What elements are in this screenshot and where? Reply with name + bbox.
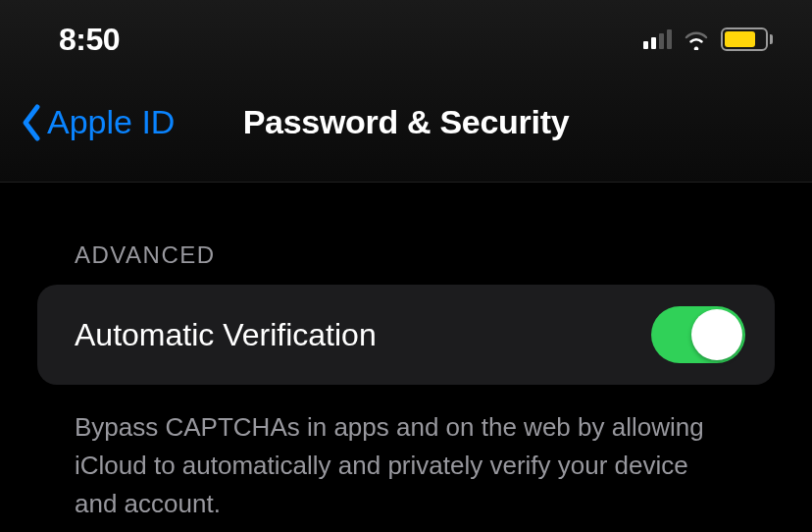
wifi-icon <box>682 28 711 50</box>
navigation-bar: Apple ID Password & Security <box>0 71 812 183</box>
section-footer: Bypass CAPTCHAs in apps and on the web b… <box>37 385 775 523</box>
toggle-knob <box>691 309 742 360</box>
cell-label: Automatic Verification <box>75 317 377 353</box>
automatic-verification-cell[interactable]: Automatic Verification <box>37 285 775 385</box>
status-bar: 8:50 <box>0 0 812 71</box>
back-button[interactable]: Apple ID <box>20 103 175 142</box>
status-time: 8:50 <box>59 22 120 58</box>
cellular-signal-icon <box>643 29 672 49</box>
chevron-left-icon <box>20 103 43 142</box>
section-header: ADVANCED <box>37 241 775 285</box>
content-area: ADVANCED Automatic Verification Bypass C… <box>0 183 812 523</box>
battery-icon <box>721 27 773 51</box>
back-label: Apple ID <box>47 103 175 141</box>
status-indicators <box>643 27 773 51</box>
automatic-verification-toggle[interactable] <box>651 306 745 363</box>
